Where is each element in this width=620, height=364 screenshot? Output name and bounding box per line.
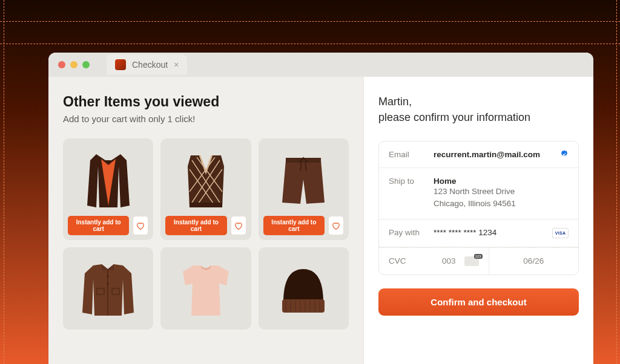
jacket-icon [76, 258, 140, 319]
svg-rect-0 [190, 203, 222, 207]
tshirt-icon [176, 258, 236, 319]
cvc-label: CVC [389, 256, 434, 265]
shorts-icon [275, 149, 332, 210]
expiry-value: 06/26 [523, 256, 544, 265]
product-card-cardigan: Instantly add to cart [63, 138, 153, 240]
product-grid: Instantly add to cart [63, 138, 349, 330]
product-image [263, 143, 344, 216]
cardigan-icon [78, 148, 139, 212]
product-card-sweater-vest: Instantly add to cart [160, 138, 251, 240]
product-card-tshirt [160, 247, 251, 330]
ship-row: Ship to Home 123 North Street Drive Chic… [379, 168, 578, 219]
product-image [263, 252, 344, 325]
email-label: Email [389, 150, 434, 159]
app-icon [115, 59, 126, 70]
pay-label: Pay with [389, 228, 434, 237]
greeting-name: Martin, [378, 96, 412, 108]
svg-point-5 [107, 276, 109, 278]
pay-value: **** **** **** 1234 [434, 228, 552, 237]
product-image [68, 252, 148, 325]
app-window: Checkout × Other Items you viewed Add to… [48, 53, 593, 364]
verified-icon [560, 150, 569, 158]
window-close-button[interactable] [58, 61, 65, 68]
recently-viewed-panel: Other Items you viewed Add to your cart … [48, 77, 363, 364]
heart-icon [136, 222, 145, 230]
vest-icon [179, 148, 233, 212]
info-card: Email recurrent.martin@mail.com Ship to … [378, 141, 579, 275]
confirm-checkout-button[interactable]: Confirm and checkout [378, 288, 579, 316]
ship-line1: 123 North Street Drive [434, 187, 515, 196]
product-image [68, 143, 148, 216]
email-value: recurrent.martin@mail.com [434, 150, 540, 159]
payment-row: Pay with **** **** **** 1234 VISA [379, 219, 578, 247]
favorite-button[interactable] [133, 216, 148, 235]
heart-icon [332, 222, 340, 230]
svg-rect-7 [282, 299, 325, 313]
email-row: Email recurrent.martin@mail.com [379, 141, 578, 168]
section-subheading: Add to your cart with only 1 click! [63, 114, 349, 124]
content-area: Other Items you viewed Add to your cart … [48, 77, 593, 364]
close-icon[interactable]: × [174, 60, 179, 70]
tab-checkout[interactable]: Checkout × [107, 54, 187, 75]
add-to-cart-button[interactable]: Instantly add to cart [263, 216, 325, 235]
product-card-shorts: Instantly add to cart [259, 138, 349, 240]
greeting-line: please confirm your information [378, 111, 530, 123]
ship-line2: Chicago, Illinois 94561 [434, 199, 516, 208]
product-image [165, 252, 246, 325]
product-image [165, 143, 246, 216]
add-to-cart-button[interactable]: Instantly add to cart [165, 216, 226, 235]
product-card-beanie [259, 247, 349, 330]
favorite-button[interactable] [328, 216, 344, 235]
checkout-heading: Martin, please confirm your information [378, 94, 579, 125]
card-brand-badge: VISA [552, 228, 569, 238]
beanie-icon [276, 260, 331, 317]
ship-label: Ship to [389, 177, 434, 186]
add-to-cart-button[interactable]: Instantly add to cart [68, 216, 129, 235]
favorite-button[interactable] [231, 216, 246, 235]
tab-title: Checkout [132, 60, 168, 70]
ship-name: Home [434, 177, 457, 186]
card-back-icon [464, 256, 479, 266]
checkout-panel: Martin, please confirm your information … [363, 77, 593, 364]
section-heading: Other Items you viewed [63, 94, 349, 110]
heart-icon [234, 222, 243, 230]
cvc-value: 003 [442, 256, 456, 265]
svg-point-6 [107, 283, 109, 285]
cvc-row: CVC 003 06/26 [379, 247, 578, 275]
window-minimize-button[interactable] [70, 61, 78, 68]
titlebar: Checkout × [48, 53, 593, 77]
window-maximize-button[interactable] [82, 61, 90, 68]
product-card-jacket [63, 247, 153, 330]
